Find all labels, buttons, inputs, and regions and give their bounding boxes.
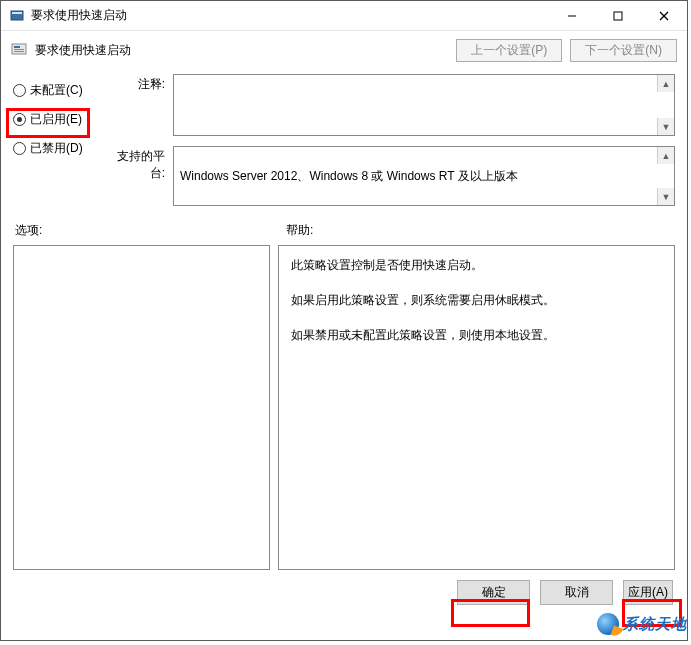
help-pane: 此策略设置控制是否使用快速启动。 如果启用此策略设置，则系统需要启用休眠模式。 … [278,245,675,570]
header-bar: 要求使用快速启动 上一个设置(P) 下一个设置(N) [1,31,687,68]
prev-setting-button[interactable]: 上一个设置(P) [456,39,562,62]
apply-button[interactable]: 应用(A) [623,580,673,605]
platform-box: Windows Server 2012、Windows 8 或 Windows … [173,146,675,206]
radio-disabled[interactable]: 已禁用(D) [13,140,103,157]
window-title: 要求使用快速启动 [31,7,549,24]
ok-button[interactable]: 确定 [457,580,530,605]
radio-icon [13,84,26,97]
scroll-up-icon[interactable]: ▲ [657,75,674,92]
scroll-down-icon[interactable]: ▼ [657,118,674,135]
platform-label: 支持的平台: [103,146,165,206]
header-title: 要求使用快速启动 [35,42,131,59]
svg-rect-7 [14,46,20,48]
radio-group: 未配置(C) 已启用(E) 已禁用(D) [13,74,103,206]
options-pane[interactable] [13,245,270,570]
platform-text: Windows Server 2012、Windows 8 或 Windows … [180,168,518,185]
minimize-button[interactable] [549,1,595,30]
watermark-text: 系统天地 [623,615,687,634]
maximize-button[interactable] [595,1,641,30]
radio-icon [13,113,26,126]
scroll-down-icon[interactable]: ▼ [657,188,674,205]
titlebar: 要求使用快速启动 [1,1,687,31]
options-label: 选项: [13,222,278,239]
close-button[interactable] [641,1,687,30]
help-text: 如果禁用或未配置此策略设置，则使用本地设置。 [291,326,662,345]
comment-textarea[interactable]: ▲ ▼ [173,74,675,136]
radio-label: 未配置(C) [30,82,83,99]
svg-rect-3 [614,12,622,20]
content-area: 未配置(C) 已启用(E) 已禁用(D) 注释: ▲ ▼ [1,68,687,570]
svg-rect-9 [14,51,24,52]
radio-label: 已禁用(D) [30,140,83,157]
app-icon [9,8,25,24]
watermark: 系统天地 [597,613,687,635]
radio-label: 已启用(E) [30,111,82,128]
dialog-window: 要求使用快速启动 要求使用快速启动 上一个设置(P) 下一个设置(N) 未配置(… [0,0,688,641]
scroll-up-icon[interactable]: ▲ [657,147,674,164]
help-text: 如果启用此策略设置，则系统需要启用休眠模式。 [291,291,662,310]
radio-icon [13,142,26,155]
footer: 确定 取消 应用(A) [1,570,687,615]
svg-rect-1 [12,12,22,14]
help-label: 帮助: [278,222,313,239]
help-text: 此策略设置控制是否使用快速启动。 [291,256,662,275]
cancel-button[interactable]: 取消 [540,580,613,605]
next-setting-button[interactable]: 下一个设置(N) [570,39,677,62]
radio-not-configured[interactable]: 未配置(C) [13,82,103,99]
comment-label: 注释: [103,74,165,136]
svg-rect-8 [14,49,24,50]
policy-icon [11,41,27,60]
radio-enabled[interactable]: 已启用(E) [13,111,103,128]
globe-icon [597,613,619,635]
